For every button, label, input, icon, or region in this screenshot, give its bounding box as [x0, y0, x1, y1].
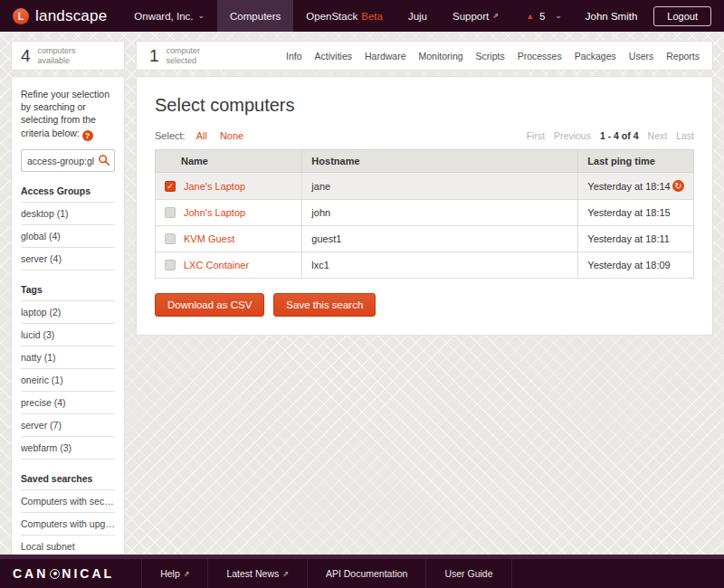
tab-info[interactable]: Info [286, 51, 302, 62]
selected-label: computer selected [167, 46, 201, 66]
download-csv-button[interactable]: Download as CSV [155, 293, 264, 317]
footer: CANNICAL Help⇗ Latest News⇗ API Document… [0, 559, 724, 588]
tag-link[interactable]: lucid (3) [21, 324, 115, 346]
search-icon[interactable] [98, 154, 110, 168]
tab-hardware[interactable]: Hardware [365, 51, 406, 62]
nav-item-computers[interactable]: Computers [217, 0, 293, 32]
row-checkbox[interactable]: ✓ [165, 181, 176, 192]
tag-link[interactable]: precise (4) [21, 392, 115, 413]
search-box [21, 149, 115, 172]
main-nav: Onward, Inc. ⌄ Computers OpenStack Beta … [121, 0, 511, 32]
footer-link-latest-news[interactable]: Latest News⇗ [207, 559, 306, 588]
hostname-cell: guest1 [302, 226, 578, 252]
saved-search-link[interactable]: Local subnet [21, 536, 115, 555]
tag-link[interactable]: laptop (2) [21, 301, 115, 323]
computer-name-link[interactable]: Jane's Laptop [184, 181, 245, 192]
ping-history-icon[interactable]: ↻ [672, 180, 684, 192]
tab-users[interactable]: Users [629, 51, 653, 62]
footer-link-api-documentation[interactable]: API Documentation [307, 559, 425, 588]
nav-item-openstack[interactable]: OpenStack Beta [293, 0, 395, 32]
row-checkbox[interactable] [165, 233, 176, 244]
external-link-icon: ⇗ [492, 12, 499, 20]
nav-item-support[interactable]: Support ⇗ [440, 0, 511, 32]
list-item: server (7) [21, 414, 115, 437]
tab-activities[interactable]: Activities [315, 51, 352, 62]
last-ping-value: Yesterday at 18:14 [587, 181, 670, 192]
available-label: computers available [38, 46, 76, 66]
pagination-first[interactable]: First [527, 130, 545, 141]
list-item: desktop (1) [21, 203, 115, 225]
tab-packages[interactable]: Packages [575, 51, 616, 62]
saved-search-link[interactable]: Computers with securit… [21, 490, 115, 512]
list-item: Computers with upgrades [21, 513, 115, 536]
refine-panel: Refine your selection by searching or se… [11, 76, 125, 555]
table-row: LXC Container lxc1 Yesterday at 18:09 [156, 252, 694, 279]
row-checkbox[interactable] [165, 207, 176, 218]
external-link-icon: ⇗ [282, 570, 289, 578]
nav-item-juju[interactable]: Juju [395, 0, 440, 32]
tag-link[interactable]: natty (1) [21, 346, 115, 368]
list-item: server (4) [21, 248, 115, 270]
list-item: Local subnet [21, 536, 115, 555]
sidebar: 4 computers available Refine your select… [11, 41, 125, 555]
landscape-logo-icon: L [13, 8, 29, 24]
tags-section: Tags laptop (2) lucid (3) natty (1) onei… [21, 284, 115, 460]
canonical-o-icon [50, 569, 60, 579]
select-all-link[interactable]: All [196, 130, 207, 141]
tab-scripts[interactable]: Scripts [476, 51, 505, 62]
footer-link-user-guide[interactable]: User Guide [425, 559, 511, 588]
external-link-icon: ⇗ [184, 570, 190, 578]
pagination-last[interactable]: Last [676, 130, 694, 141]
list-item: natty (1) [21, 346, 115, 369]
pagination-previous[interactable]: Previous [554, 130, 591, 141]
access-group-link[interactable]: global (4) [21, 225, 115, 247]
select-none-link[interactable]: None [220, 130, 243, 141]
page-title: Select computers [155, 95, 694, 116]
content-area: 4 computers available Refine your select… [0, 32, 724, 555]
tab-reports[interactable]: Reports [666, 51, 700, 62]
action-buttons: Download as CSV Save this search [155, 293, 694, 317]
table-row: John's Laptop john Yesterday at 18:15 [156, 200, 694, 226]
alerts-dropdown[interactable]: ▲ 5 ⌄ [526, 11, 562, 22]
computer-selected-bar: 1 computer selected Info Activities Hard… [136, 41, 713, 71]
brand-name: landscape [35, 7, 107, 25]
tab-monitoring[interactable]: Monitoring [419, 51, 463, 62]
access-group-link[interactable]: desktop (1) [21, 203, 115, 224]
tag-link[interactable]: oneiric (1) [21, 369, 115, 391]
saved-searches-heading: Saved searches [21, 473, 115, 489]
access-group-link[interactable]: server (4) [21, 248, 115, 270]
computer-name-link[interactable]: KVM Guest [184, 233, 234, 244]
hostname-cell: lxc1 [302, 252, 578, 279]
canonical-logo: CANNICAL [0, 559, 141, 588]
list-item: lucid (3) [21, 324, 115, 346]
save-search-button[interactable]: Save this search [273, 293, 376, 317]
computer-name-link[interactable]: LXC Container [184, 260, 249, 270]
chevron-down-icon: ⌄ [198, 12, 205, 20]
select-computers-card: Select computers Select: All None First … [136, 76, 713, 336]
tag-link[interactable]: server (7) [21, 414, 115, 436]
saved-search-link[interactable]: Computers with upgrades [21, 513, 115, 535]
logout-button[interactable]: Logout [653, 6, 711, 26]
select-label: Select: [155, 130, 186, 141]
refine-instructions: Refine your selection by searching or se… [21, 88, 115, 141]
landscape-logo[interactable]: L landscape [0, 0, 121, 32]
list-item: Computers with securit… [21, 490, 115, 513]
selected-count: 1 [149, 46, 159, 66]
table-row: KVM Guest guest1 Yesterday at 18:11 [156, 226, 694, 252]
last-ping-value: Yesterday at 18:15 [587, 207, 670, 218]
footer-link-help[interactable]: Help⇗ [141, 559, 207, 588]
tab-processes[interactable]: Processes [518, 51, 562, 62]
nav-item-organization[interactable]: Onward, Inc. ⌄ [121, 0, 217, 32]
column-header-last-ping: Last ping time [578, 150, 694, 173]
list-item: oneiric (1) [21, 369, 115, 392]
help-icon[interactable]: ? [82, 130, 93, 141]
pagination: First Previous 1 - 4 of 4 Next Last [527, 130, 694, 141]
computer-name-link[interactable]: John's Laptop [184, 207, 245, 218]
row-checkbox[interactable] [165, 260, 176, 270]
selection-controls: Select: All None First Previous 1 - 4 of… [155, 130, 694, 141]
pagination-next[interactable]: Next [648, 130, 668, 141]
access-groups-section: Access Groups desktop (1) global (4) ser… [21, 185, 115, 270]
tag-link[interactable]: webfarm (3) [21, 437, 115, 459]
hostname-cell: john [302, 200, 578, 226]
page: L landscape Onward, Inc. ⌄ Computers Ope… [0, 0, 724, 588]
